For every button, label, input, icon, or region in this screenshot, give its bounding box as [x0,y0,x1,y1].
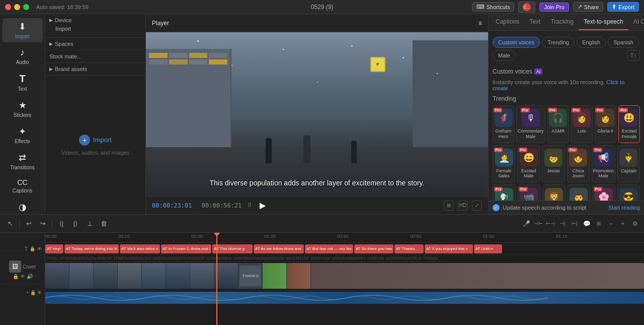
voice-delicate-girl[interactable]: Pro 🌸 Delicate Girl [592,184,615,201]
voice-asmr[interactable]: Pro 🎧 ASMR [547,105,569,143]
tool-effects[interactable]: ✦ Effects [3,123,43,147]
eye-icon-audio[interactable]: 👁 [37,290,42,295]
settings-icon[interactable]: ⚙ [630,219,640,229]
tool-split[interactable]: ⊥ [84,218,96,230]
grid-icon[interactable]: ⊞ [444,201,454,211]
minimize-button[interactable] [14,4,20,10]
filter-spanish[interactable]: Spanish [608,37,639,48]
ruler-mark-10: 00:10 [118,234,130,239]
eye-icon-video[interactable]: 👁 [20,274,25,279]
caption-clip-9[interactable]: AT If you enjoyed this v [425,244,473,253]
filter-male[interactable]: Male [493,50,516,61]
join-pro-button[interactable]: Join Pro [539,3,569,12]
voice-excited-male[interactable]: Pro 😄 Excited Male [517,145,540,183]
play-button[interactable]: ▶ [260,201,266,210]
fullscreen-icon[interactable]: ⤢ [472,201,482,211]
speed-icon[interactable]: ⊣| [557,219,568,229]
zoom-out-icon[interactable]: − [606,219,616,229]
import-plus-icon: + [79,135,90,146]
audio-icon-video[interactable]: 🔊 [27,274,33,279]
voice-gloria[interactable]: Pro 👩 Gloria II [595,105,616,143]
shortcuts-button[interactable]: ⌨ Shortcuts [472,2,514,12]
caption-clip-10[interactable]: AT Until n [474,244,502,253]
voice-owen[interactable]: 👨 Owen [568,184,591,201]
update-checkbox[interactable] [493,204,500,211]
sort-button[interactable]: T↕ [627,50,640,61]
tool-stickers[interactable]: ★ Stickers [3,97,43,121]
caption-clip-5[interactable]: AT As we follow Anna and Elsa's [254,244,304,253]
speech-bubble-icon[interactable]: 💬 [582,219,592,229]
tab-captions[interactable]: Captions [491,14,524,30]
start-reading-button[interactable]: Start reading [608,205,640,211]
caption-clip-6[interactable]: AT But fear not — our favor [305,244,353,253]
tool-import[interactable]: ⬇ Import [3,18,43,42]
caption-clip-3[interactable]: AT In Frozen 2, Anna and Elsa's [161,244,211,253]
player-area: Player ≡ [146,14,488,214]
video-clips-row[interactable]: THANKS [45,263,644,289]
cover-thumb[interactable]: 🖼 [9,261,21,273]
tab-tracking[interactable]: Tracking [545,14,579,30]
tool-text[interactable]: T Text [3,70,43,95]
caption-clip-0[interactable]: AT Hey! [45,244,63,253]
mic-icon[interactable]: 🎤 [521,219,531,229]
tool-transitions[interactable]: ⇄ Transitions [3,149,43,173]
player-menu-icon[interactable]: ≡ [478,20,482,27]
brand-header[interactable]: ▶ Brand assets [49,66,141,72]
voice-chill-girl[interactable]: 😎 Chill Girl [617,184,640,201]
tool-captions[interactable]: CC Captions [3,175,43,197]
filter-custom-voices[interactable]: Custom voices [493,37,540,48]
tab-text-to-speech[interactable]: Text-to-speech [579,14,628,30]
file-panel-import[interactable]: Import [49,23,141,34]
voice-talkative-male[interactable]: Pro 🗣 Talkative Male [493,184,516,201]
tool-filters[interactable]: ◑ Filters [3,199,43,214]
hd-label[interactable]: HD [458,201,468,211]
stock-header[interactable]: Stock mate... [49,53,141,59]
voice-lois[interactable]: Pro 👩 Lois [571,105,593,143]
zoom-in-icon[interactable]: + [618,219,628,229]
device-header[interactable]: ▶ Device [49,17,141,23]
voice-commentary-male[interactable]: Pro 🎙 Commentary Male [516,105,545,143]
tab-text[interactable]: Text [524,14,545,30]
voice-excited-female[interactable]: Pro 😃 Excited Female [618,105,640,143]
tool-cursor[interactable]: ↖ [4,218,16,230]
caption-clip-2[interactable]: AT We'll also delve into [120,244,160,253]
voice-gotham-hero[interactable]: Pro 🦸 Gotham Hero [493,105,514,143]
zoom-split-icon[interactable]: ⊣⊢ [533,219,543,229]
maximize-button[interactable] [23,4,29,10]
profile-button[interactable]: C... [518,2,535,13]
voice-chica-joven[interactable]: Pro 👧 Chica Joven [567,145,590,183]
filter-english[interactable]: English [577,37,606,48]
import-button[interactable]: + Import [79,135,112,146]
tool-audio[interactable]: ♪ Audio [3,44,43,68]
tool-delete[interactable]: 🗑 [98,218,110,230]
voice-female-vloger[interactable]: Pro 📹 Female Vloger [518,184,541,201]
voice-captain[interactable]: 👨‍✈️ Captain [617,145,640,183]
export-button[interactable]: ⬆ Export [607,2,639,12]
spaces-header[interactable]: ▶ Spaces [49,41,141,47]
voice-leo[interactable]: 🦁 Leo [542,184,566,201]
voice-promotion-male[interactable]: Pro 📢 Promotion Male [592,145,615,183]
share-button[interactable]: ↗ Share [573,2,603,12]
caption-clip-1[interactable]: AT Today, we're diving into the ca [64,244,119,253]
close-button[interactable] [5,4,11,10]
tool-split-right[interactable]: |⟩ [69,218,82,230]
layout-icon[interactable]: ⊞ [594,219,604,229]
voice-jessie[interactable]: 👦 Jessie [542,145,565,183]
filter-trending[interactable]: Trending [542,37,575,48]
lock-icon-video[interactable]: 🔒 [13,274,19,279]
tool-redo[interactable]: ↪ [37,218,49,230]
caption-clip-7[interactable]: AT So there you have [354,244,393,253]
tab-ai-characters[interactable]: AI Characters [628,14,644,30]
voice-lois-name: Lois [578,128,586,134]
caption-clip-4[interactable]: AT This diverse p [212,244,253,253]
import-area: + Import Videos, audios, and images [45,76,145,214]
tool-undo[interactable]: ↩ [23,218,35,230]
zoom-merge-icon[interactable]: ⊢⊣ [545,219,555,229]
audio-clip[interactable] [45,292,644,304]
lock-icon-audio[interactable]: 🔒 [30,290,36,295]
split-icon[interactable]: ⊢| [570,219,580,229]
voice-female-sales[interactable]: Pro 👩‍💼 Female Sales [493,145,515,183]
caption-clip-8[interactable]: AT Thanks [394,244,424,253]
tool-split-left[interactable]: ⟨| [55,218,67,230]
add-audio-icon[interactable]: + [26,290,29,295]
